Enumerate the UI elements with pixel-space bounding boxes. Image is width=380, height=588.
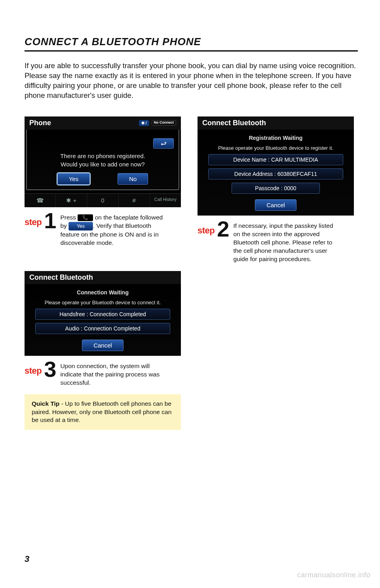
screenshot-registration: Connect Bluetooth Registration Waiting P… — [198, 116, 354, 216]
screen2-prompt: Please operate your Bluetooth device to … — [202, 145, 349, 151]
audio-status: Audio : Connection Completed — [35, 323, 170, 334]
no-button[interactable]: No — [118, 173, 148, 185]
step-2: step 2 If necessary, input the passkey l… — [198, 220, 358, 263]
step-label: step — [25, 366, 42, 376]
step-2-text: If necessary, input the passkey listed o… — [233, 222, 340, 263]
screen1-title: Phone — [29, 119, 51, 127]
page-title: CONNECT A BLUETOOTH PHONE — [25, 36, 358, 52]
handsfree-status: Handsfree : Connection Completed — [35, 309, 170, 320]
step-1-text: Press 📞 on the faceplate followed by Yes… — [60, 214, 167, 247]
phone-faceplate-icon: 📞 — [78, 214, 93, 221]
cancel-button[interactable]: Cancel — [82, 340, 124, 351]
yes-button[interactable]: Yes — [57, 173, 90, 185]
step-label: step — [198, 225, 215, 236]
no-connect-indicator: No Connect — [152, 120, 177, 126]
watermark: carmanualsonline.info — [297, 571, 370, 579]
step-1: step 1 Press 📞 on the faceplate followed… — [25, 211, 185, 247]
screenshot-phone: Phone ✱ / No Connect ⮐ There are no phon… — [25, 116, 181, 207]
step-label: step — [25, 217, 42, 227]
intro-text: If you are able to successfully transfer… — [25, 61, 357, 101]
keypad-row: ☎ ✱ + 0 # Call History — [25, 193, 181, 207]
back-button[interactable]: ⮐ — [153, 138, 174, 149]
key-star[interactable]: ✱ + — [56, 194, 87, 207]
screen3-subtitle: Connection Waiting — [29, 289, 176, 296]
cancel-button[interactable]: Cancel — [255, 199, 296, 211]
device-name: Device Name : CAR MULTIMEDIA — [208, 154, 343, 165]
screen2-subtitle: Registration Waiting — [202, 135, 349, 141]
screen3-prompt: Please operate your Bluetooth device to … — [29, 300, 176, 305]
inline-yes-button: Yes — [68, 222, 93, 231]
step-number-2: 2 — [217, 220, 229, 239]
step-3: step 3 Upon connection, the system will … — [25, 360, 185, 387]
step-number-3: 3 — [44, 360, 56, 379]
key-call-history[interactable]: Call History — [150, 194, 181, 207]
page-number: 3 — [25, 554, 29, 564]
screen2-title: Connect Bluetooth — [202, 119, 266, 127]
screen3-title: Connect Bluetooth — [29, 273, 93, 282]
step-number-1: 1 — [44, 211, 56, 230]
msg-no-phones: There are no phones registered. — [32, 153, 174, 159]
tip-label: Quick Tip — [32, 400, 59, 407]
passcode: Passcode : 0000 — [232, 183, 320, 194]
key-hash[interactable]: # — [119, 194, 150, 207]
quick-tip: Quick Tip - Up to five Bluetooth cell ph… — [25, 394, 181, 430]
msg-add-now: Would you like to add one now? — [32, 161, 174, 168]
key-zero[interactable]: 0 — [87, 194, 118, 207]
key-phone-icon[interactable]: ☎ — [25, 194, 56, 207]
bluetooth-icon: ✱ / — [139, 120, 149, 126]
device-address: Device Address : 60380EFCAF11 — [208, 168, 343, 179]
screenshot-connection: Connect Bluetooth Connection Waiting Ple… — [25, 271, 181, 356]
step-3-text: Upon connection, the system will indicat… — [60, 362, 167, 387]
